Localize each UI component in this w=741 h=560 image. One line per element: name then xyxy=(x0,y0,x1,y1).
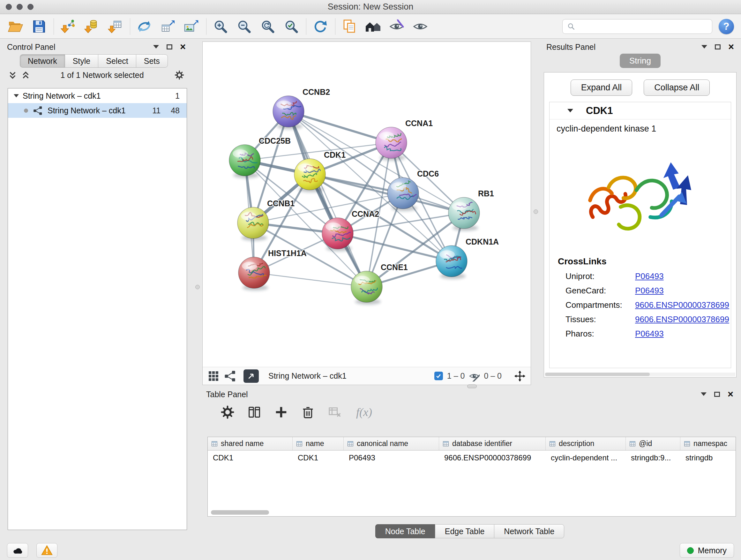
network-canvas[interactable]: CCNB2CCNA1CDC25BCDK1CDC6RB1CCNB1CCNA2CDK… xyxy=(203,42,531,367)
memory-button[interactable]: Memory xyxy=(680,543,734,558)
cell-database-identifier[interactable]: 9606.ENSP00000378699 xyxy=(439,453,546,462)
column-header-database-identifier[interactable]: database identifier xyxy=(439,437,546,450)
zoom-fit-button[interactable] xyxy=(258,17,278,37)
import-table-from-file-button[interactable] xyxy=(105,17,125,37)
pharos-link[interactable]: P06493 xyxy=(635,329,664,339)
help-button[interactable]: ? xyxy=(719,19,734,34)
tab-network-table[interactable]: Network Table xyxy=(494,524,564,538)
maximize-window-icon[interactable] xyxy=(27,4,33,10)
network-node-CCNB1[interactable]: CCNB1 xyxy=(238,199,294,241)
panel-menu-icon[interactable] xyxy=(701,392,706,396)
network-edge[interactable] xyxy=(254,273,367,287)
splitter-handle[interactable] xyxy=(195,285,200,289)
selected-checkbox[interactable] xyxy=(434,372,443,380)
column-header-id[interactable]: @id xyxy=(626,437,680,450)
first-neighbors-button[interactable] xyxy=(134,17,154,37)
show-graphics-details-button[interactable] xyxy=(410,17,430,37)
float-panel-icon[interactable] xyxy=(166,44,172,50)
network-node-HIST1H1A[interactable]: HIST1H1A xyxy=(239,249,307,291)
network-row-selected[interactable]: String Network – cdk1 11 48 xyxy=(8,103,187,118)
panel-menu-icon[interactable] xyxy=(701,45,707,49)
column-header-name[interactable]: name xyxy=(293,437,344,450)
tab-sets[interactable]: Sets xyxy=(136,54,168,68)
panel-menu-icon[interactable] xyxy=(153,45,159,49)
copy-document-button[interactable] xyxy=(339,17,360,37)
home-button[interactable] xyxy=(363,17,383,37)
cell-description[interactable]: cyclin-dependent ... xyxy=(546,453,626,462)
column-header-shared-name[interactable]: shared name xyxy=(208,437,293,450)
float-panel-icon[interactable] xyxy=(715,44,721,50)
float-panel-icon[interactable] xyxy=(714,392,720,397)
cell-namespace[interactable]: stringdb xyxy=(680,453,736,462)
new-network-from-selection-button[interactable] xyxy=(158,17,178,37)
tab-network[interactable]: Network xyxy=(20,54,65,68)
cloud-status-button[interactable] xyxy=(7,543,28,558)
close-window-icon[interactable] xyxy=(6,4,12,10)
compartments-link[interactable]: 9606.ENSP00000378699 xyxy=(635,300,729,310)
table-options-gear-icon[interactable] xyxy=(220,405,235,420)
warnings-button[interactable] xyxy=(37,543,57,558)
splitter-handle[interactable] xyxy=(467,384,477,388)
network-edge[interactable] xyxy=(288,111,367,287)
birds-eye-view-button[interactable] xyxy=(244,369,259,383)
results-horizontal-scrollbar[interactable] xyxy=(545,373,735,376)
table-horizontal-scrollbar[interactable] xyxy=(211,510,269,515)
protein-section-header[interactable]: CDK1 xyxy=(549,102,731,119)
network-node-CDK1[interactable]: CDK1 xyxy=(294,150,346,192)
column-header-namespace[interactable]: namespac xyxy=(680,437,736,450)
network-node-CDKN1A[interactable]: CDKN1A xyxy=(436,237,499,279)
hidden-eye-icon[interactable] xyxy=(469,371,480,381)
zoom-out-button[interactable] xyxy=(234,17,254,37)
network-collection-row[interactable]: String Network – cdk1 1 xyxy=(8,88,187,103)
cell-canonical-name[interactable]: P06493 xyxy=(344,453,439,462)
network-node-CCNE1[interactable]: CCNE1 xyxy=(351,263,408,305)
show-columns-icon[interactable] xyxy=(247,405,262,420)
network-edge[interactable] xyxy=(288,111,391,143)
collection-expand-icon[interactable] xyxy=(14,94,19,98)
table-row[interactable]: CDK1 CDK1 P06493 9606.ENSP00000378699 cy… xyxy=(208,450,736,465)
tissues-link[interactable]: 9606.ENSP00000378699 xyxy=(635,314,729,324)
cell-name[interactable]: CDK1 xyxy=(293,453,344,462)
cell-shared-name[interactable]: CDK1 xyxy=(208,453,293,462)
export-image-button[interactable] xyxy=(181,17,202,37)
open-session-button[interactable] xyxy=(5,17,25,37)
tab-style[interactable]: Style xyxy=(65,54,98,68)
section-expand-icon[interactable] xyxy=(567,109,573,112)
expand-all-icon[interactable] xyxy=(21,71,30,79)
zoom-in-button[interactable] xyxy=(210,17,231,37)
uniprot-link[interactable]: P06493 xyxy=(635,271,664,281)
column-header-description[interactable]: description xyxy=(546,437,626,450)
network-node-CCNA1[interactable]: CCNA1 xyxy=(376,119,433,161)
network-canvas-area[interactable]: CCNB2CCNA1CDC25BCDK1CDC6RB1CCNB1CCNA2CDK… xyxy=(203,42,531,367)
toolbar-search[interactable] xyxy=(562,19,712,34)
string-tab[interactable]: String xyxy=(620,54,661,68)
delete-column-icon[interactable] xyxy=(300,405,315,420)
close-panel-icon[interactable]: × xyxy=(728,43,734,51)
network-node-RB1[interactable]: RB1 xyxy=(448,189,494,231)
add-column-icon[interactable] xyxy=(274,405,288,420)
search-input[interactable] xyxy=(579,22,708,31)
tab-node-table[interactable]: Node Table xyxy=(375,524,435,538)
splitter-handle[interactable] xyxy=(534,209,538,214)
expand-all-button[interactable]: Expand All xyxy=(570,79,632,96)
genecard-link[interactable]: P06493 xyxy=(635,286,664,296)
cell-id[interactable]: stringdb:9... xyxy=(626,453,680,462)
close-panel-icon[interactable]: × xyxy=(728,390,733,398)
pan-move-icon[interactable] xyxy=(514,370,526,382)
share-view-icon[interactable] xyxy=(224,370,236,382)
tab-edge-table[interactable]: Edge Table xyxy=(435,524,494,538)
hide-graphics-details-button[interactable] xyxy=(387,17,407,37)
zoom-selected-button[interactable] xyxy=(281,17,301,37)
collapse-all-icon[interactable] xyxy=(8,71,17,79)
scrollbar-thumb[interactable] xyxy=(545,373,650,376)
close-panel-icon[interactable]: × xyxy=(180,43,186,51)
column-header-canonical-name[interactable]: canonical name xyxy=(344,437,439,450)
apply-layout-button[interactable] xyxy=(310,17,331,37)
save-session-button[interactable] xyxy=(29,17,49,37)
collapse-all-button[interactable]: Collapse All xyxy=(644,79,710,96)
import-network-from-database-button[interactable] xyxy=(81,17,102,37)
tab-select[interactable]: Select xyxy=(98,54,136,68)
network-options-gear-icon[interactable] xyxy=(174,70,185,80)
minimize-window-icon[interactable] xyxy=(17,4,23,10)
grid-view-icon[interactable] xyxy=(208,370,219,382)
